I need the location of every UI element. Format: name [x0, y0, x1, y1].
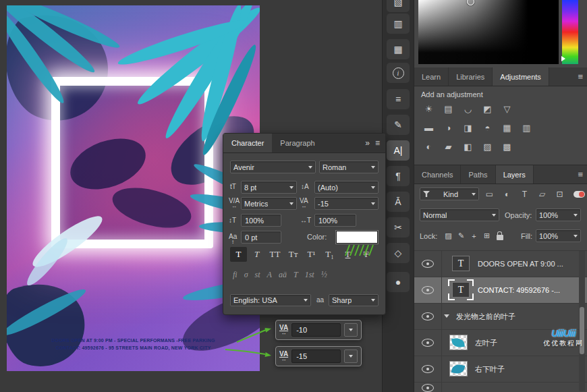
tracking-select[interactable]: -15 [314, 197, 379, 210]
glyphs-panel-icon[interactable]: Ā [387, 192, 410, 212]
swash-icon[interactable]: A [267, 270, 272, 280]
image-layer-thumbnail[interactable] [449, 335, 468, 350]
layer-row[interactable]: T CONTACT: 49592676 -... [414, 277, 587, 304]
info-icon[interactable]: i [387, 63, 410, 83]
materials-icon[interactable]: ● [387, 272, 410, 292]
fill-select[interactable]: 100% [536, 229, 581, 242]
layer-filter-toggle[interactable] [574, 191, 585, 198]
3d-panel-icon[interactable]: ◇ [387, 243, 410, 263]
standard-ligatures-icon[interactable]: fi [233, 270, 237, 280]
character-panel-icon[interactable]: A| [387, 140, 410, 161]
all-caps-button[interactable]: TT [267, 247, 283, 262]
layer-row[interactable]: T DOORS OPEN AT 9:00 ... [414, 251, 587, 277]
lock-all-icon[interactable] [494, 230, 505, 242]
panel-menu-icon[interactable]: ≡ [578, 169, 583, 179]
visibility-toggle[interactable] [414, 330, 442, 356]
visibility-toggle[interactable] [414, 304, 442, 329]
discretionary-ligatures-icon[interactable]: st [255, 270, 260, 280]
font-family-select[interactable]: Avenir [230, 161, 316, 173]
faux-bold-button[interactable]: T [230, 247, 247, 262]
contextual-alternates-icon[interactable]: σ [244, 270, 248, 280]
group-expand-chevron-icon[interactable] [444, 314, 449, 318]
tab-channels[interactable]: Channels [414, 165, 461, 184]
panel-menu-icon[interactable]: ≡ [375, 138, 380, 148]
visibility-toggle[interactable] [414, 383, 442, 392]
color-balance-icon[interactable]: ◑ [441, 121, 456, 134]
small-caps-button[interactable]: Tᴛ [285, 247, 302, 262]
language-select[interactable]: English: USA [230, 294, 311, 306]
gradients-icon[interactable]: ▧ [387, 0, 410, 12]
gradient-map-icon[interactable]: ▨ [480, 140, 495, 153]
layer-row-group[interactable]: 发光物之前的叶子 [414, 304, 587, 330]
kerning-select[interactable]: Metrics [241, 197, 297, 210]
levels-icon[interactable]: ▤ [441, 103, 456, 115]
pixel-layer-filter-icon[interactable]: ▭ [482, 188, 497, 201]
fractions-icon[interactable]: ½ [321, 270, 327, 280]
vibrance-icon[interactable]: ▽ [499, 103, 515, 115]
black-white-icon[interactable]: ◨ [460, 121, 476, 134]
selective-color-icon[interactable]: ▩ [499, 140, 515, 153]
tab-character[interactable]: Character [223, 134, 272, 152]
superscript-button[interactable]: T¹ [303, 247, 320, 262]
brush-settings-icon[interactable]: ▥ [387, 13, 410, 34]
color-cursor[interactable] [467, 0, 474, 5]
color-field[interactable] [418, 0, 559, 64]
panel-menu-icon[interactable]: ≡ [578, 72, 583, 82]
opacity-select[interactable]: 100% [536, 208, 581, 221]
layer-filter-kind-select[interactable]: Kind [420, 188, 479, 200]
visibility-toggle[interactable] [414, 356, 442, 382]
lock-transparency-icon[interactable]: ▨ [443, 230, 454, 242]
underline-button[interactable]: T [339, 247, 356, 262]
tab-paragraph[interactable]: Paragraph [272, 134, 323, 152]
smart-object-filter-icon[interactable]: ⊡ [552, 188, 567, 201]
hue-saturation-icon[interactable]: ▬ [421, 121, 437, 134]
shape-layer-filter-icon[interactable]: ▱ [534, 188, 550, 201]
baseline-shift-field[interactable]: 0 pt [241, 231, 281, 244]
tracking-value-field[interactable]: -15 [291, 349, 341, 363]
paragraph-panel-icon[interactable]: ¶ [387, 166, 410, 186]
collapse-panel-icon[interactable]: » [365, 138, 370, 148]
patterns-icon[interactable]: ▦ [387, 39, 410, 59]
text-layer-thumbnail[interactable]: T [452, 282, 470, 298]
posterize-icon[interactable]: ▰ [441, 140, 456, 153]
font-style-select[interactable]: Roman [319, 161, 379, 173]
curves-icon[interactable]: ◡ [460, 103, 476, 115]
tab-adjustments[interactable]: Adjustments [493, 67, 549, 86]
image-layer-thumbnail[interactable] [449, 361, 468, 376]
layer-row[interactable]: 右下叶子 [414, 356, 587, 383]
properties-icon[interactable]: ≡ [387, 89, 410, 109]
hue-slider[interactable] [562, 0, 578, 64]
text-layer-thumbnail[interactable]: T [452, 256, 470, 271]
subscript-button[interactable]: T₁ [321, 247, 338, 262]
tab-layers[interactable]: Layers [496, 165, 534, 184]
brushes-icon[interactable]: ✎ [387, 115, 410, 135]
faux-italic-button[interactable]: T [248, 247, 265, 262]
channel-mixer-icon[interactable]: ▦ [499, 121, 515, 134]
strikethrough-button[interactable]: T [358, 247, 374, 262]
antialias-select[interactable]: Sharp [329, 294, 379, 306]
layer-row-partial[interactable] [414, 383, 587, 392]
lock-position-icon[interactable]: + [468, 230, 480, 242]
horizontal-scale-field[interactable]: 100% [314, 214, 356, 227]
text-color-swatch[interactable] [336, 231, 378, 244]
titling-alternates-icon[interactable]: T [294, 270, 298, 280]
lock-artboard-icon[interactable]: ⊞ [481, 230, 493, 242]
tracking-dropdown-button[interactable] [344, 323, 358, 337]
tab-learn[interactable]: Learn [414, 67, 449, 86]
adjustment-layer-filter-icon[interactable]: ◐ [499, 188, 515, 201]
visibility-toggle[interactable] [414, 251, 442, 277]
visibility-toggle[interactable] [414, 277, 442, 303]
leading-select[interactable]: (Auto) [314, 181, 379, 194]
ordinals-icon[interactable]: 1st [305, 270, 314, 280]
scissors-icon[interactable]: ✂ [387, 217, 410, 237]
exposure-icon[interactable]: ◩ [480, 103, 495, 115]
poster-text-line1[interactable]: DOORS OPEN AT 9:00 PM - SPECIAL PERFORMA… [7, 337, 260, 344]
stylistic-alternates-icon[interactable]: aā [279, 270, 287, 280]
invert-icon[interactable]: ◐ [421, 140, 437, 153]
threshold-icon[interactable]: ◧ [460, 140, 476, 153]
poster-text-line2[interactable]: CONTACT: 49592676 - 95 STREETS MAIN ROAD… [7, 344, 260, 352]
hue-marker[interactable] [561, 56, 565, 61]
brightness-contrast-icon[interactable]: ☀ [421, 103, 437, 115]
vertical-scale-field[interactable]: 100% [241, 214, 281, 227]
font-size-select[interactable]: 8 pt [241, 181, 297, 194]
